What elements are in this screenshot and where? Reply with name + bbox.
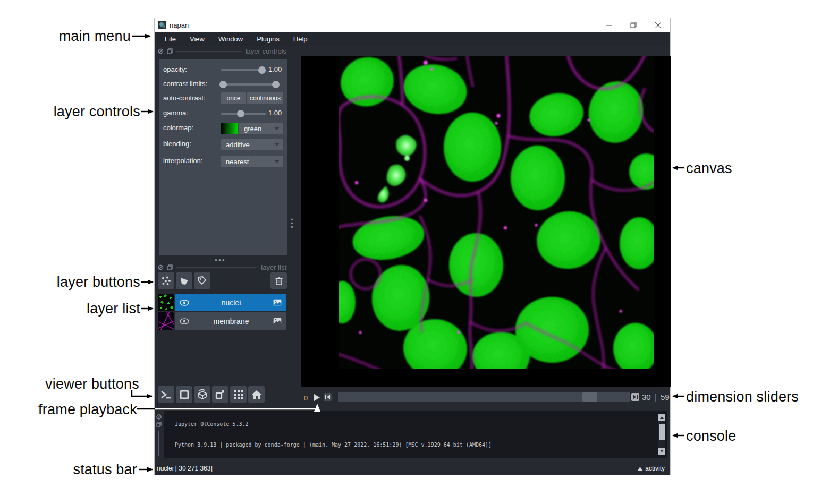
scrollbar-thumb[interactable] xyxy=(659,424,665,440)
divider xyxy=(176,51,242,52)
window-controls xyxy=(597,18,670,32)
float-dock-icon[interactable] xyxy=(167,48,173,54)
contrast-low-handle[interactable] xyxy=(219,81,227,88)
frame-position: 30 xyxy=(642,392,651,402)
status-bar: nuclei [ 30 271 363] activity xyxy=(155,462,670,475)
auto-contrast-label: auto-contrast: xyxy=(163,94,206,102)
layer-row-nuclei[interactable]: nuclei xyxy=(175,294,286,311)
chevron-down-icon xyxy=(274,160,280,163)
console-scrollbar[interactable] xyxy=(658,414,665,455)
interpolation-dropdown[interactable]: nearest xyxy=(221,156,283,167)
layer-controls-dock-header: layer controls xyxy=(158,47,286,55)
annotation-canvas: canvas xyxy=(686,160,732,177)
splitter-handle[interactable]: ••• xyxy=(291,218,293,229)
menu-plugins[interactable]: Plugins xyxy=(251,33,285,45)
visibility-eye-icon[interactable] xyxy=(180,300,189,306)
points-icon xyxy=(161,276,171,286)
close-button[interactable] xyxy=(646,18,670,32)
python-console[interactable]: Jupyter QtConsole 5.3.2 Python 3.9.13 | … xyxy=(164,411,667,458)
new-shapes-layer-button[interactable] xyxy=(176,272,192,289)
opacity-label: opacity: xyxy=(163,65,187,73)
opacity-slider-handle[interactable] xyxy=(258,66,266,74)
main-menu-bar: File View Window Plugins Help xyxy=(155,32,670,46)
frame-total: 59 xyxy=(661,392,670,402)
square-2d-icon xyxy=(180,390,189,399)
trash-icon xyxy=(275,277,283,285)
colormap-dropdown[interactable]: green xyxy=(239,123,283,134)
continuous-button[interactable]: continuous xyxy=(247,92,283,104)
microscopy-image xyxy=(329,56,663,382)
skip-to-start-button[interactable] xyxy=(324,393,332,401)
canvas-viewport[interactable] xyxy=(301,56,671,387)
grid-mode-button[interactable] xyxy=(230,386,247,403)
ndisplay-toggle-button[interactable] xyxy=(176,386,192,403)
dimension-slider-track[interactable] xyxy=(338,392,630,402)
menu-view[interactable]: View xyxy=(184,33,210,45)
colormap-value: green xyxy=(244,125,261,133)
menu-file[interactable]: File xyxy=(159,33,182,45)
interpolation-value: nearest xyxy=(226,158,249,166)
delete-layer-button[interactable] xyxy=(270,272,287,289)
membrane-layer-thumbnail xyxy=(158,312,174,330)
blending-dropdown[interactable]: additive xyxy=(221,139,283,150)
layer-name: nuclei xyxy=(189,298,273,307)
current-frame-label: 0 xyxy=(304,394,308,402)
window-title: napari xyxy=(170,21,189,29)
play-button[interactable] xyxy=(312,392,321,402)
annotation-console: console xyxy=(686,428,736,445)
blending-value: additive xyxy=(226,141,250,149)
hide-dock-icon[interactable] xyxy=(158,48,164,54)
dimension-slider-handle[interactable] xyxy=(582,392,597,402)
divider xyxy=(176,267,257,268)
cursor-coordinates: nuclei [ 30 271 363] xyxy=(157,465,213,472)
title-bar[interactable]: napari xyxy=(155,18,670,32)
console-output: Jupyter QtConsole 5.3.2 Python 3.9.13 | … xyxy=(175,411,492,458)
gamma-slider-handle[interactable] xyxy=(237,110,244,117)
transpose-dimensions-button[interactable] xyxy=(212,386,228,403)
contrast-high-handle[interactable] xyxy=(272,81,280,88)
skip-end-icon xyxy=(633,395,638,399)
minimize-button[interactable] xyxy=(597,18,621,32)
tag-icon xyxy=(198,276,207,285)
nuclei-layer-thumbnail xyxy=(158,294,174,311)
annotation-status-bar: status bar xyxy=(69,462,137,478)
hide-dock-icon[interactable] xyxy=(158,264,164,270)
restore-button[interactable] xyxy=(621,18,646,32)
triangle-up-icon xyxy=(638,467,642,471)
close-icon xyxy=(655,22,661,28)
scroll-down-button[interactable] xyxy=(658,448,665,455)
home-icon xyxy=(251,390,262,399)
visibility-eye-icon[interactable] xyxy=(180,318,189,324)
skip-to-end-button[interactable] xyxy=(631,393,639,401)
activity-toggle[interactable]: activity xyxy=(638,465,665,472)
new-labels-layer-button[interactable] xyxy=(194,272,210,289)
once-button[interactable]: once xyxy=(221,92,246,104)
shapes-icon xyxy=(180,277,189,285)
frame-position-readout: 30 | 59 xyxy=(642,392,670,402)
console-dock-icons[interactable] xyxy=(156,414,162,428)
restore-icon xyxy=(630,22,637,28)
image-layer-icon xyxy=(273,318,282,324)
layer-list-dock-header: layer list xyxy=(158,263,286,271)
scroll-up-button[interactable] xyxy=(658,414,665,421)
new-points-layer-button[interactable] xyxy=(158,272,174,289)
console-toggle-button[interactable] xyxy=(158,386,174,403)
annotation-frame-playback: frame playback xyxy=(35,402,137,418)
skip-start-icon xyxy=(325,395,330,399)
terminal-icon xyxy=(160,390,172,399)
annotation-layer-buttons: layer buttons xyxy=(47,274,140,291)
page: main menu layer controls layer buttons l… xyxy=(0,0,821,504)
menu-window[interactable]: Window xyxy=(213,33,249,45)
roll-dimensions-button[interactable] xyxy=(194,386,210,403)
float-dock-icon[interactable] xyxy=(167,264,173,270)
menu-help[interactable]: Help xyxy=(287,33,314,45)
console-dock-handle[interactable] xyxy=(158,431,159,456)
cube-rotate-icon xyxy=(197,389,208,399)
frame-separator: | xyxy=(653,392,658,402)
layer-row-membrane[interactable]: membrane xyxy=(175,312,286,330)
gamma-value: 1.00 xyxy=(268,109,284,117)
console-banner-clipped: Jupyter QtConsole 5.3.2 xyxy=(175,421,492,428)
contrast-limits-slider[interactable] xyxy=(221,83,277,86)
chevron-down-icon xyxy=(274,127,280,130)
home-reset-view-button[interactable] xyxy=(248,386,265,403)
